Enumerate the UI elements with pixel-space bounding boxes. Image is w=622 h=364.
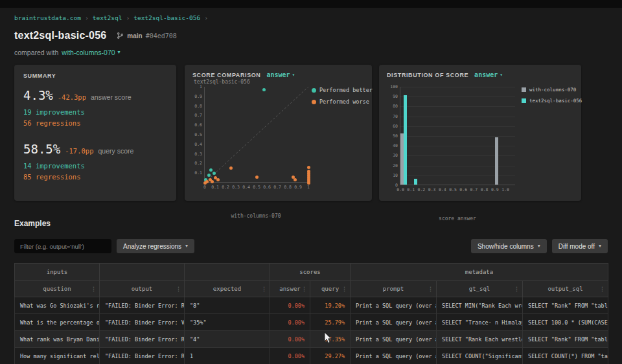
identity-line (205, 87, 308, 183)
column-header-gt_sql[interactable]: gt_sql⋮ (437, 281, 523, 297)
gridline (400, 136, 515, 137)
diff-mode-label: Diff mode off (559, 243, 595, 250)
breadcrumb-separator-icon: › (204, 14, 208, 21)
cell-query[interactable]: 25.79% (310, 314, 351, 331)
y-tick-label: 20 (384, 164, 398, 168)
scatter-point[interactable] (229, 166, 233, 170)
scatter-point[interactable] (307, 166, 310, 169)
cell-prompt[interactable]: Print a SQL query (over a … (351, 348, 437, 364)
cell-query[interactable]: 29.27% (310, 348, 351, 364)
column-menu-icon[interactable]: ⋮ (341, 286, 347, 292)
column-header-expected[interactable]: expected⋮ (185, 281, 270, 297)
cell-expected[interactable]: "8" (185, 297, 270, 314)
answer-regressions-link[interactable]: 56 regressions (23, 119, 167, 127)
cell-output_sql[interactable]: SELECT "Rank" FROM "table"… (523, 297, 608, 314)
table-row[interactable]: How many significant relat…"FAILED: Bind… (15, 348, 608, 364)
column-header-output[interactable]: output⋮ (100, 281, 185, 297)
cell-output_sql[interactable]: SELECT COUNT(*) FROM "tabl… (523, 348, 608, 364)
breadcrumb-link[interactable]: braintrustdata.com (14, 14, 81, 21)
diff-mode-button[interactable]: Diff mode off ▾ (552, 239, 608, 253)
table-controls: Show/hide columns ▾ Diff mode off ▾ (471, 239, 608, 253)
x-tick-label: 0.4 (242, 185, 250, 190)
examples-heading: Examples (14, 219, 51, 228)
cell-query[interactable]: 19.20% (310, 297, 351, 314)
cell-gt_sql[interactable]: SELECT COUNT("Significant … (437, 348, 523, 364)
cell-question[interactable]: How many significant relat… (15, 348, 100, 364)
cell-output_sql[interactable]: SELECT "Rank" FROM "table"… (523, 331, 608, 348)
cell-output[interactable]: "FAILED: Binder Error: Ref… (100, 331, 185, 348)
scatter-point[interactable] (211, 180, 214, 183)
scatter-point[interactable] (255, 176, 259, 179)
table-row[interactable]: What was Go Shiozaki's ran…"FAILED: Bind… (15, 297, 608, 314)
comparison-row: compared with with-columns-070 ▾ (14, 49, 121, 56)
histogram-bar[interactable] (495, 137, 498, 185)
scatter-point[interactable] (294, 178, 297, 181)
comparison-experiment-dropdown[interactable]: with-columns-070 ▾ (62, 49, 120, 56)
column-header-label: output_sql (547, 286, 582, 292)
distribution-metric-dropdown[interactable]: answer ▾ (474, 71, 503, 78)
cell-prompt[interactable]: Print a SQL query (over a … (351, 297, 437, 314)
branch-info: main #04ed708 (117, 32, 177, 40)
column-menu-icon[interactable]: ⋮ (599, 286, 605, 292)
query-regressions-link[interactable]: 85 regressions (23, 173, 167, 181)
cell-gt_sql[interactable]: SELECT MIN("Rank Each wres… (437, 297, 523, 314)
cell-question[interactable]: What rank was Bryan Daniel… (15, 331, 100, 348)
x-tick-label: 0.7 (470, 188, 478, 192)
cell-output[interactable]: "FAILED: Binder Error: Ref… (100, 348, 185, 364)
column-menu-icon[interactable]: ⋮ (301, 286, 307, 292)
scatter-point[interactable] (262, 88, 266, 91)
scatter-point[interactable] (307, 170, 310, 173)
breadcrumb-link[interactable]: text2sql (93, 14, 122, 21)
cell-answer[interactable]: 0.00% (270, 297, 310, 314)
column-group-header: scores (270, 264, 351, 281)
cell-prompt[interactable]: Print a SQL query (over a … (351, 331, 437, 348)
column-header-prompt[interactable]: prompt⋮ (351, 281, 437, 297)
cell-expected[interactable]: "4" (185, 331, 270, 348)
column-group-header (100, 264, 185, 281)
column-header-question[interactable]: question⋮ (15, 281, 100, 297)
legend-label: Performed better (319, 87, 373, 93)
cell-output[interactable]: "FAILED: Binder Error: Val… (100, 314, 185, 331)
cell-answer[interactable]: 0.00% (270, 348, 310, 364)
cell-gt_sql[interactable]: SELECT "Rank Each wrestler… (437, 331, 523, 348)
cell-prompt[interactable]: Print a SQL query (over a … (351, 314, 437, 331)
scatter-point[interactable] (205, 180, 209, 183)
column-header-output_sql[interactable]: output_sql⋮ (523, 281, 608, 297)
histogram-bar[interactable] (414, 179, 417, 185)
column-menu-icon[interactable]: ⋮ (176, 286, 181, 292)
y-tick-label: 90 (384, 95, 398, 99)
mouse-cursor (324, 332, 332, 344)
x-tick-label: 0.6 (263, 185, 271, 190)
cell-output[interactable]: "FAILED: Binder Error: Ref… (100, 297, 185, 314)
show-hide-columns-button[interactable]: Show/hide columns ▾ (471, 239, 547, 253)
table-row[interactable]: What rank was Bryan Daniel…"FAILED: Bind… (15, 331, 608, 348)
x-tick-label: 0.5 (449, 188, 457, 192)
query-score-delta: -17.0pp (65, 147, 93, 155)
column-header-query[interactable]: query⋮ (310, 281, 351, 297)
score-comparison-metric-dropdown[interactable]: answer ▾ (266, 71, 295, 78)
column-menu-icon[interactable]: ⋮ (261, 286, 267, 292)
cell-answer[interactable]: 0.00% (270, 314, 310, 331)
cell-expected[interactable]: "35%" (185, 314, 270, 331)
cell-output_sql[interactable]: SELECT 100.0 * (SUM(CASE W… (523, 314, 608, 331)
column-group-header (185, 264, 270, 281)
table-row[interactable]: What is the percentage of …"FAILED: Bind… (15, 314, 608, 331)
scatter-point[interactable] (213, 172, 216, 175)
breadcrumb-link[interactable]: text2sql-basic-056 (133, 14, 200, 21)
filter-input[interactable] (14, 239, 111, 253)
cell-expected[interactable]: 1 (185, 348, 270, 364)
answer-improvements-link[interactable]: 19 improvements (23, 108, 167, 116)
cell-answer[interactable]: 0.00% (270, 331, 310, 348)
cell-gt_sql[interactable]: SELECT "Trance- n Himalaya… (437, 314, 523, 331)
cell-question[interactable]: What is the percentage of … (15, 314, 100, 331)
scatter-point[interactable] (207, 174, 211, 177)
histogram-bar[interactable] (404, 95, 407, 185)
query-improvements-link[interactable]: 14 improvements (23, 162, 167, 170)
column-menu-icon[interactable]: ⋮ (428, 286, 433, 292)
analyze-regressions-button[interactable]: Analyze regressions ▾ (117, 239, 194, 253)
x-tick-label: 0.3 (232, 185, 240, 190)
column-header-answer[interactable]: answer⋮ (270, 281, 310, 297)
column-menu-icon[interactable]: ⋮ (514, 286, 520, 292)
column-menu-icon[interactable]: ⋮ (91, 286, 97, 292)
cell-question[interactable]: What was Go Shiozaki's ran… (15, 297, 100, 314)
